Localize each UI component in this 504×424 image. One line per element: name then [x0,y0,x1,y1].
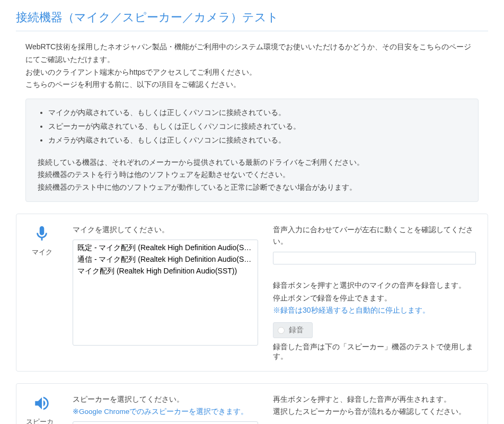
play-desc-line: 選択したスピーカーから音が流れるか確認してください。 [273,405,476,417]
mic-option[interactable]: マイク配列 (Realtek High Definition Audio(SST… [75,266,255,277]
notes-box: マイクが内蔵されている、もしくは正しくパソコンに接続されている。 スピーカーが内… [25,99,479,202]
mic-level-meter [273,252,476,264]
speaker-icon [33,394,51,414]
rec-desc-note: ※録音は30秒経過すると自動的に停止します。 [273,304,476,317]
mic-label: マイク [32,248,52,257]
checklist-item: スピーカーが内蔵されている、もしくは正しくパソコンに接続されている。 [48,120,466,133]
mic-record-description: 録音ボタンを押すと選択中のマイクの音声を録音します。 停止ボタンで録音を停止でき… [273,279,476,317]
intro-line: こちらのページを利用する前に、以下の項目をご確認ください。 [25,78,479,91]
speaker-select[interactable]: 既定 - ヘッドホン (Realtek High Definition Audi… [73,421,258,424]
mic-option[interactable]: 既定 - マイク配列 (Realtek High Definition Audi… [75,242,255,254]
speaker-prompt-text: スピーカーを選択してください。 [73,395,184,403]
mic-select-prompt: マイクを選択してください。 [73,224,258,235]
mic-option[interactable]: 通信 - マイク配列 (Realtek High Definition Audi… [75,254,255,266]
speaker-card: スピーカー スピーカーを選択してください。 ※Google Chromeでのみス… [16,383,488,424]
mic-meter-prompt: 音声入力に合わせてバーが左右に動くことを確認してください。 [273,224,476,248]
rec-desc-line: 録音ボタンを押すと選択中のマイクの音声を録音します。 [273,279,476,292]
rec-desc-line: 停止ボタンで録音を停止できます。 [273,292,476,305]
mic-select[interactable]: 既定 - マイク配列 (Realtek High Definition Audi… [73,240,258,346]
speaker-chrome-note: ※Google Chromeでのみスピーカーを選択できます。 [73,408,248,416]
record-icon [278,327,285,334]
play-desc-line: 再生ボタンを押すと、録音した音声が再生されます。 [273,393,476,405]
intro-line: お使いのクライアント端末からhttpsでアクセスしてご利用ください。 [25,66,479,79]
intro-line: WebRTC技術を採用したネオジャパン製品・機能がご利用中のシステム環境でお使い… [25,41,479,66]
speaker-select-prompt: スピーカーを選択してください。 ※Google Chromeでのみスピーカーを選… [73,393,258,417]
speaker-device-col: スピーカー [26,393,58,424]
speaker-label: スピーカー [26,417,58,424]
note-line: 接続機器のテストを行う時は他のソフトウェアを起動させないでください。 [38,169,466,181]
mic-after-note: 録音した音声は下の「スピーカー」機器のテストで使用します。 [273,342,476,361]
record-button[interactable]: 録音 [273,322,313,338]
microphone-icon [33,225,51,244]
note-line: 接続している機器は、それぞれのメーカーから提供されている最新のドライバをご利用く… [38,156,466,169]
checklist-item: カメラが内蔵されている、もしくは正しくパソコンに接続されている。 [48,134,466,147]
mic-device-col: マイク [26,224,58,361]
intro-block: WebRTC技術を採用したネオジャパン製品・機能がご利用中のシステム環境でお使い… [16,41,488,202]
page-title: 接続機器（マイク／スピーカー／カメラ）テスト [16,10,488,31]
checklist: マイクが内蔵されている、もしくは正しくパソコンに接続されている。 スピーカーが内… [48,107,466,146]
record-button-label: 録音 [289,325,304,335]
checklist-item: マイクが内蔵されている、もしくは正しくパソコンに接続されている。 [48,107,466,119]
speaker-play-prompt: 再生ボタンを押すと、録音した音声が再生されます。 選択したスピーカーから音が流れ… [273,393,476,417]
note-line: 接続機器のテスト中に他のソフトウェアが動作していると正常に診断できない場合があり… [38,181,466,194]
mic-card: マイク マイクを選択してください。 既定 - マイク配列 (Realtek Hi… [16,214,488,372]
